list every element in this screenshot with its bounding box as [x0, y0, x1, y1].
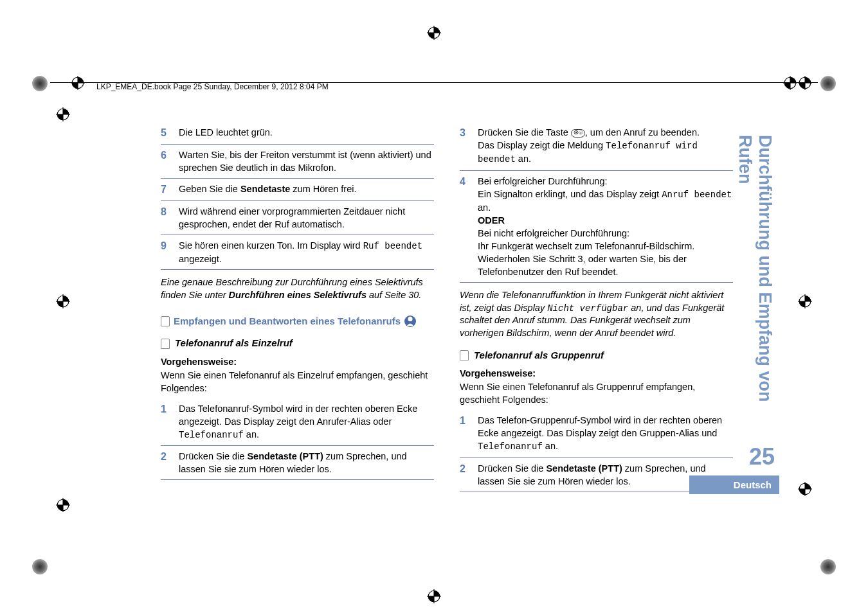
text: , um den Anruf zu beenden.	[585, 127, 700, 138]
step-text: Geben Sie die Sendetaste zum Hören frei.	[179, 182, 434, 197]
step-text: Drücken Sie die Taste ⦿⦾, um den Anruf z…	[478, 126, 733, 166]
step-b4: 4 Bei erfolgreicher Durchführung: Ein Si…	[460, 171, 733, 283]
text: Drücken Sie die Taste	[478, 127, 571, 138]
mono-text: Telefonanruf	[478, 441, 543, 452]
text: Bei nicht erfolgreicher Durchführung:	[478, 228, 629, 238]
step-number: 2	[161, 450, 172, 475]
registration-mark-icon	[427, 589, 441, 603]
step-text: Die LED leuchtet grün.	[179, 126, 434, 140]
sub-heading-text: Telefonanruf als Gruppenruf	[474, 349, 604, 362]
registration-mark-icon	[71, 76, 85, 90]
page-content: 5 Die LED leuchtet grün. 6 Warten Sie, b…	[161, 122, 733, 510]
step-text: Das Telefonanruf-Symbol wird in der rech…	[179, 402, 434, 441]
step-8: 8 Wird während einer vorprogrammierten Z…	[161, 201, 434, 235]
step-a1: 1 Das Telefonanruf-Symbol wird in der re…	[161, 398, 434, 446]
registration-mark-icon	[783, 76, 797, 90]
page-header-filename: LKP_EMEA_DE.book Page 25 Sunday, Decembe…	[96, 82, 329, 91]
step-text: Drücken Sie die Sendetaste (PTT) zum Spr…	[179, 450, 434, 475]
crop-circle-icon	[32, 559, 48, 574]
step-number: 5	[161, 126, 172, 140]
text: Drücken Sie die	[179, 451, 247, 461]
bold-text: Sendetaste	[240, 184, 290, 194]
procedure-label: Vorgehensweise:	[460, 367, 733, 380]
step-number: 8	[161, 205, 172, 231]
language-box: Deutsch	[689, 475, 779, 494]
registration-mark-icon	[798, 482, 812, 496]
right-column: 3 Drücken Sie die Taste ⦿⦾, um den Anruf…	[460, 122, 733, 510]
step-text: Bei erfolgreicher Durchführung: Ein Sign…	[478, 175, 733, 278]
document-icon	[161, 339, 170, 349]
registration-mark-icon	[798, 76, 812, 90]
step-b3: 3 Drücken Sie die Taste ⦿⦾, um den Anruf…	[460, 122, 733, 171]
text: an.	[516, 154, 531, 164]
step-number: 1	[161, 402, 172, 441]
registration-mark-icon	[56, 107, 70, 121]
note-text: Wenn die Telefonanruffunktion in Ihrem F…	[460, 289, 733, 340]
side-section-title: Durchführung und Empfang von Rufen	[735, 135, 775, 424]
text: Geben Sie die	[179, 184, 240, 194]
registration-mark-icon	[798, 294, 812, 308]
step-text: Wird während einer vorprogrammierten Zei…	[179, 205, 434, 231]
text: angezeigt.	[179, 254, 222, 264]
crop-circle-icon	[32, 76, 48, 91]
step-text: Sie hören einen kurzen Ton. Im Display w…	[179, 239, 434, 265]
bold-text: ODER	[478, 215, 505, 226]
mono-text: Ruf beendet	[363, 241, 422, 251]
button-key-icon: ⦿⦾	[571, 129, 585, 138]
text: Ein Signalton erklingt, und das Display …	[478, 189, 662, 199]
text: an.	[478, 202, 491, 213]
step-number: 3	[460, 126, 471, 166]
procedure-label: Vorgehensweise:	[161, 355, 434, 368]
section-heading: Empfangen und Beantworten eines Telefona…	[161, 315, 434, 328]
procedure-text: Wenn Sie einen Telefonanruf als Einzelru…	[161, 369, 434, 395]
text: Ihr Funkgerät wechselt zum Telefonanruf-…	[478, 241, 694, 277]
registration-mark-icon	[427, 26, 441, 40]
text: Sie hören einen kurzen Ton. Im Display w…	[179, 240, 363, 251]
mono-text: Anruf beendet	[662, 190, 732, 200]
step-text: Warten Sie, bis der Freiton verstummt is…	[179, 148, 434, 174]
step-text: Das Telefon-Gruppenruf-Symbol wird in de…	[478, 414, 733, 453]
step-number: 1	[460, 414, 471, 453]
mono-text: Telefonanruf	[179, 430, 244, 440]
step-7: 7 Geben Sie die Sendetaste zum Hören fre…	[161, 179, 434, 201]
badge-icon	[404, 315, 416, 327]
crop-circle-icon	[820, 76, 836, 91]
text: Bei erfolgreicher Durchführung:	[478, 176, 608, 186]
sub-heading: Telefonanruf als Gruppenruf	[460, 349, 733, 362]
note-text: Eine genaue Beschreibung zur Durchführun…	[161, 276, 434, 301]
bold-text: Durchführen eines Selektivrufs	[229, 290, 366, 300]
bold-text: Sendetaste (PTT)	[247, 451, 323, 461]
mono-text: Nicht verfügbar	[547, 303, 628, 314]
document-icon	[460, 350, 469, 360]
registration-mark-icon	[56, 498, 70, 512]
step-c1: 1 Das Telefon-Gruppenruf-Symbol wird in …	[460, 410, 733, 458]
document-icon	[161, 316, 170, 326]
step-number: 2	[460, 462, 471, 488]
text: zum Hören frei.	[290, 184, 356, 194]
step-9: 9 Sie hören einen kurzen Ton. Im Display…	[161, 235, 434, 270]
sub-heading: Telefonanruf als Einzelruf	[161, 337, 434, 350]
step-5: 5 Die LED leuchtet grün.	[161, 122, 434, 145]
text: Das Telefonanruf-Symbol wird in der rech…	[179, 404, 417, 427]
page-number: 25	[749, 443, 775, 470]
text: Das Display zeigt die Meldung	[478, 140, 606, 150]
step-number: 7	[161, 182, 172, 197]
bold-text: Sendetaste (PTT)	[546, 463, 622, 474]
step-number: 4	[460, 175, 471, 278]
heading-text: Empfangen und Beantworten eines Telefona…	[174, 315, 401, 328]
text: Das Telefon-Gruppenruf-Symbol wird in de…	[478, 415, 722, 438]
registration-mark-icon	[56, 294, 70, 308]
svg-point-0	[408, 317, 412, 321]
sub-heading-text: Telefonanruf als Einzelruf	[175, 337, 293, 350]
procedure-text: Wenn Sie einen Telefonanruf als Gruppenr…	[460, 381, 733, 406]
text: an.	[244, 429, 259, 440]
step-a2: 2 Drücken Sie die Sendetaste (PTT) zum S…	[161, 446, 434, 480]
text: auf Seite 30.	[366, 290, 421, 300]
left-column: 5 Die LED leuchtet grün. 6 Warten Sie, b…	[161, 122, 434, 510]
step-number: 6	[161, 148, 172, 174]
crop-circle-icon	[820, 559, 836, 574]
step-number: 9	[161, 239, 172, 265]
text: an.	[543, 441, 558, 451]
step-6: 6 Warten Sie, bis der Freiton verstummt …	[161, 145, 434, 179]
text: Drücken Sie die	[478, 463, 546, 474]
